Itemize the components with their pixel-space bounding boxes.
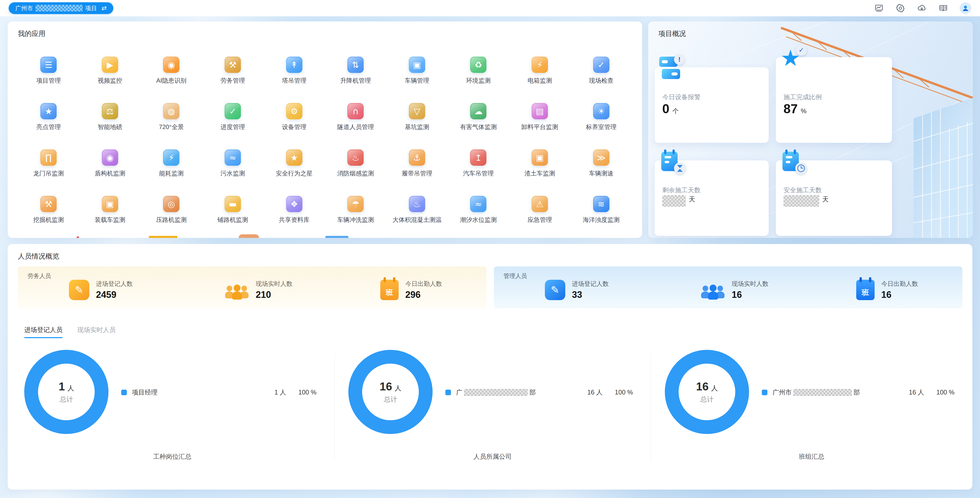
app-icon: ⚖ [102,103,118,119]
legend-swatch [762,390,767,395]
stat-label: 现场实时人数 [256,280,293,288]
donut-center: 16人 总计 [679,364,735,420]
app-item[interactable]: ∩隧道人员管理 [337,103,374,149]
settings-gear-icon[interactable] [895,3,905,13]
app-icon: ☀ [593,103,609,119]
tab-registered-persons[interactable]: 进场登记人员 [24,326,62,338]
monitor-chart-icon[interactable] [874,3,884,13]
app-label: 设备管理 [282,123,307,131]
app-item[interactable]: ☁有害气体监测 [460,103,496,149]
app-item[interactable]: ✓现场检查 [589,57,614,103]
app-item[interactable]: ≋海洋浊度监测 [583,196,620,238]
app-label: 能耗监测 [159,169,183,178]
app-item[interactable]: ⚙设备管理 [282,103,307,149]
app-item[interactable]: ♻环境监测 [466,57,490,103]
cloud-download-icon[interactable] [917,3,927,13]
app-item[interactable]: ≫车辆测速 [589,149,614,196]
app-label: 压路机监测 [156,216,186,224]
people-icon [700,280,725,300]
app-item[interactable]: ☂车辆冲洗监测 [337,196,374,238]
legend-value: 16 人 [909,388,924,396]
app-label: 龙门吊监测 [33,169,64,178]
app-item[interactable]: ♨大体积混凝土测温 [393,196,442,238]
app-item[interactable]: ▣装载车监测 [95,196,125,238]
app-item[interactable]: ▬铺路机监测 [218,196,248,238]
app-item[interactable]: ⚒挖掘机监测 [33,196,64,238]
app-icon: ▣ [531,149,548,166]
switch-project-icon: ⇄ [102,5,107,12]
app-icon: ✓ [224,103,241,119]
app-label: 亮点管理 [36,123,61,131]
star-check-icon: ★ ✓ [780,45,806,71]
register-icon: ✎ [69,280,89,300]
app-icon: ▤ [531,103,548,119]
app-item[interactable]: ▽基坑监测 [405,103,429,149]
tab-onsite-persons[interactable]: 现场实时人员 [77,326,116,338]
device-alarm-icon: ! [659,56,685,81]
app-item[interactable]: ⚠应急管理 [528,196,552,238]
app-icon: ★ [286,149,302,166]
person-tabs: 进场登记人员现场实时人员 [24,326,116,338]
app-label: 盾构机监测 [95,169,125,178]
app-item[interactable]: ≈潮汐水位监测 [460,196,496,238]
app-icon: ◉ [163,57,180,73]
management-title: 管理人员 [504,272,527,280]
app-item[interactable]: ★安全行为之星 [276,149,313,196]
app-item[interactable]: ⇅升降机管理 [340,57,371,103]
app-item[interactable]: ★亮点管理 [36,103,61,149]
app-item[interactable]: ⚓履带吊管理 [402,149,432,196]
app-icon: ☁ [470,103,487,119]
app-label: 大体积混凝土测温 [393,216,442,224]
legend-row: 广部 16 人 100 % [445,388,633,396]
app-item[interactable]: ▣车辆管理 [405,57,429,103]
app-item[interactable]: ∏龙门吊监测 [33,149,64,196]
app-item[interactable]: ◎压路机监测 [156,196,186,238]
app-item[interactable]: ❖共享资料库 [279,196,310,238]
legend-value: 16 人 [587,388,603,396]
card-value: 87 [783,102,798,116]
app-item[interactable]: ✓进度管理 [221,103,245,149]
app-label: 电箱监测 [528,76,552,85]
manual-book-icon[interactable] [938,3,948,13]
app-label: 安全行为之星 [276,169,313,178]
project-overview-panel: 项目概况 ! 今日设备报警 0 个 ★ ✓ 施工完成比例 87 % 剩余施工天数 [648,21,973,238]
app-label: AI隐患识别 [156,76,186,85]
app-item[interactable]: ⚖智能地磅 [98,103,122,149]
app-icon: ★ [40,103,57,119]
app-item[interactable]: ▤卸料平台监测 [522,103,558,149]
legend-percent: 100 % [615,389,633,396]
app-item[interactable]: ◍720°全景 [159,103,184,149]
app-item[interactable]: ⚡电箱监测 [528,57,552,103]
app-item[interactable]: ♨消防烟感监测 [337,149,374,196]
card-label: 剩余施工天数 [662,186,700,194]
app-item[interactable]: ≈污水监测 [221,149,245,196]
app-icon: ⚡ [163,149,180,166]
app-item[interactable]: ☀标养室管理 [586,103,617,149]
app-item[interactable]: ↥汽车吊管理 [463,149,493,196]
app-label: 基坑监测 [405,123,429,131]
card-unit: 天 [689,195,695,203]
card-unit: 个 [673,107,679,115]
app-label: 项目管理 [36,76,61,85]
personnel-overview-panel: 人员情况概览 劳务人员 ✎进场登记人数2459现场实时人数210班今日出勤人数2… [8,244,972,490]
app-item[interactable]: ◉AI隐患识别 [156,57,186,103]
app-icon: ❖ [286,196,302,212]
user-avatar[interactable] [959,2,971,14]
app-icon: ≈ [470,196,487,212]
app-item[interactable]: ☰项目管理 [36,57,61,103]
app-item[interactable]: ◉盾构机监测 [95,149,125,196]
app-item[interactable]: ⚒劳务管理 [221,57,245,103]
app-item[interactable]: ▣渣土车监测 [525,149,555,196]
project-name-redacted [35,5,83,11]
app-icon: ◍ [163,103,180,119]
app-item[interactable]: ⚡能耗监测 [159,149,183,196]
app-icon: ✓ [593,57,609,73]
app-icon: ⚓ [409,149,425,166]
app-icon: ⚒ [224,57,241,73]
my-apps-title: 我的应用 [18,29,45,38]
app-item[interactable]: ↟塔吊管理 [282,57,307,103]
app-item[interactable]: ▶视频监控 [98,57,122,103]
legend-name: 项目经理 [132,388,274,396]
project-switcher[interactable]: 广州市 项目 ⇄ [9,2,113,14]
app-label: 应急管理 [528,216,552,224]
